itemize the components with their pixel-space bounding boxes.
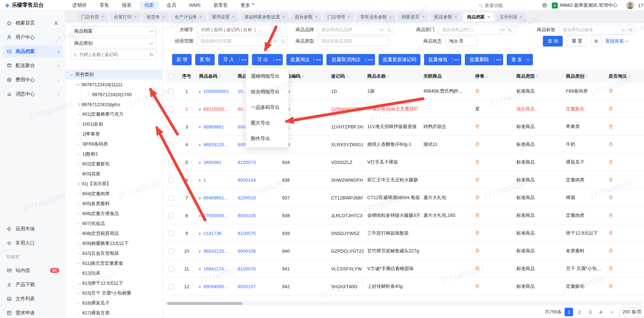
page-size-select[interactable]: 200 条/页: [619, 307, 644, 317]
tree-node-610|五金百货电器[interactable]: 610|五金百货电器: [66, 248, 163, 258]
tree-node-1001|名创[interactable]: 1001|名创: [66, 119, 163, 129]
tab-配送参数[interactable]: 配送参数×: [431, 13, 461, 21]
tree-node-605|各类酱料[interactable]: 605|各类酱料: [66, 199, 163, 209]
product-type-input[interactable]: 请选择商品类型: [318, 36, 389, 46]
tree-node-616|裸装瓜子[interactable]: 616|裸装瓜子: [66, 298, 163, 308]
tab-门店补货[interactable]: 门店补货×: [78, 13, 108, 21]
tree-node-608|定货厨房用品[interactable]: 608|定货厨房用品: [66, 229, 163, 238]
code-value[interactable]: 6000105: [238, 213, 256, 218]
close-icon[interactable]: ×: [422, 15, 424, 20]
tree-node-606|定量方便食品[interactable]: 606|定量方便食品: [66, 209, 163, 219]
tree-node-601|定量糖果巧克力[interactable]: 601|定量糖果巧克力: [66, 109, 163, 119]
expand-row-icon[interactable]: ›: [199, 124, 200, 130]
printer-icon[interactable]: [542, 2, 547, 8]
tree-node-615|豆干 豆腐*小包称重[interactable]: 615|豆干 豆腐*小包称重: [66, 288, 163, 298]
barcode-link[interactable]: 86933125…: [203, 142, 229, 147]
expand-row-icon[interactable]: ›: [199, 231, 200, 236]
row-checkbox[interactable]: [169, 89, 174, 94]
code-value[interactable]: 6100075: [238, 231, 256, 236]
barcode-link[interactable]: 1: [203, 177, 206, 183]
search-icon[interactable]: [508, 28, 511, 31]
export-menu-item-规格明细导出[interactable]: 规格明细导出: [246, 68, 288, 84]
barcode-link[interactable]: 16941174…: [203, 266, 228, 272]
sort-icon[interactable]: [536, 75, 538, 78]
table-row[interactable]: 8›27000000…6000105938JLRLDTJHTC3金锣肉粒多特级火…: [165, 207, 644, 224]
barcode-link[interactable]: 2181736: [203, 231, 221, 236]
reset-button[interactable]: 重 置: [567, 36, 587, 46]
row-checkbox[interactable]: [169, 106, 174, 112]
nav-item-档案[interactable]: 档案: [139, 1, 159, 10]
column-header-停售[interactable]: 停售: [475, 70, 511, 83]
expand-row-icon[interactable]: ›: [199, 106, 200, 112]
more-options-icon[interactable]: •••: [239, 57, 248, 62]
barcode-link[interactable]: 69094090…: [203, 284, 229, 289]
close-icon[interactable]: ×: [282, 15, 285, 20]
nav-item-零售[interactable]: 零售: [95, 1, 114, 10]
code-value[interactable]: 6000106: [238, 248, 256, 254]
sidebar-item-费用中心[interactable]: 费用中心›: [3, 74, 63, 86]
sidebar-item-产品下载[interactable]: 产品下载: [3, 279, 63, 291]
tenant-switcher[interactable]: ♦ 99662-新界面测试-管理中心: [552, 2, 617, 9]
expand-row-icon[interactable]: ›: [199, 266, 200, 272]
more-options-icon[interactable]: •••: [452, 57, 461, 62]
export-menu-item-一品多码导出[interactable]: 一品多码导出: [246, 100, 288, 115]
select-all-checkbox[interactable]: [169, 74, 174, 79]
tree-node-99767122419|11111[interactable]: 99767122419|11111: [66, 80, 163, 89]
toolbar-button-批量取消淘汰[interactable]: 批量取消淘汰•••: [326, 54, 375, 65]
export-menu-item-图片导出[interactable]: 图片导出: [246, 115, 288, 131]
category-search[interactable]: ↻: [70, 50, 157, 60]
close-icon[interactable]: ×: [520, 15, 522, 20]
tab-文件列表[interactable]: 文件列表×: [496, 13, 526, 21]
collapse-sidebar-icon[interactable]: [54, 20, 59, 26]
tab-前台参数[interactable]: 前台参数×: [291, 13, 321, 21]
sidebar-item-常用入口[interactable]: 常用入口: [3, 237, 63, 249]
expand-closed-icon[interactable]: [77, 182, 80, 186]
sidebar-item-用户中心[interactable]: 用户中心›: [3, 31, 63, 43]
tree-node-617|裸装豆类[interactable]: 617|裸装豆类: [66, 308, 163, 318]
tree-node-2|苹果类[interactable]: 2|苹果类: [66, 129, 163, 139]
table-row[interactable]: 12›69094090…6000107942SHJXXT40G上好佳鲜虾条40g…: [165, 278, 644, 295]
barcode-link[interactable]: 27000000…: [203, 213, 229, 218]
more-options-icon[interactable]: •••: [366, 57, 375, 62]
row-checkbox[interactable]: [169, 124, 174, 130]
tree-node-01|【演示类】[interactable]: 01|【演示类】: [66, 179, 163, 189]
sidebar-item-消息中心[interactable]: 消息中心›: [3, 88, 63, 100]
page-button-4[interactable]: 4: [596, 308, 605, 316]
sort-icon[interactable]: [346, 75, 348, 78]
export-menu-item-组合明细导出[interactable]: 组合明细导出: [246, 84, 288, 100]
nav-item-新零售[interactable]: 新零售: [209, 1, 233, 10]
toolbar-button-批量修改[interactable]: 批量修改•••: [424, 54, 461, 65]
sidebar-item-需求申请[interactable]: 需求申请: [3, 307, 63, 318]
archive-type-select[interactable]: 商品档案: [70, 26, 157, 36]
tree-node-611|南北货定量素食[interactable]: 611|南北货定量素食: [66, 258, 163, 268]
page-button-1[interactable]: 1: [565, 308, 573, 316]
column-header-商品类型[interactable]: 商品类型: [516, 70, 562, 83]
tree-node-99767122420|1700[interactable]: └99767122420|1700: [66, 89, 163, 99]
barcode-link[interactable]: 69215555…: [203, 106, 229, 112]
keyword-input-box[interactable]: +: [197, 25, 280, 35]
tab-收货单[interactable]: 收货单×: [143, 13, 169, 21]
tab-价签打印[interactable]: 价签打印×: [110, 13, 140, 21]
brand-select[interactable]: 请选择商品品牌: [318, 25, 394, 35]
more-options-icon[interactable]: •••: [274, 57, 283, 62]
sort-icon[interactable]: [387, 75, 389, 78]
table-row[interactable]: 5›26003616100073934VDSGZLZV打手瓜子裸装否标准商品裸装…: [165, 153, 644, 171]
expand-row-icon[interactable]: ›: [199, 195, 200, 201]
tab-门店管理[interactable]: 门店管理×: [324, 13, 354, 21]
department-select[interactable]: 请选择商品部门: [438, 25, 514, 35]
tree-node-613|饼干12.9元以下[interactable]: 613|饼干12.9元以下: [66, 278, 163, 288]
column-header-是否淘汰[interactable]: 是否淘汰: [609, 70, 642, 83]
global-search-input[interactable]: [484, 2, 527, 9]
tab-零售业务参数[interactable]: 零售业务参数×: [357, 13, 395, 21]
row-checkbox[interactable]: [169, 213, 174, 218]
close-icon[interactable]: ×: [348, 15, 350, 20]
search-icon[interactable]: [387, 28, 390, 31]
tree-node-1|散称1[interactable]: 1|散称1: [66, 149, 163, 159]
tree-node-603|花茶[interactable]: 603|花茶: [66, 169, 163, 179]
expand-row-icon[interactable]: ›: [199, 160, 200, 165]
expand-open-icon[interactable]: [70, 72, 74, 76]
table-row[interactable]: 7›69489601…6200016937CT12BWPJ580CT12百威啤酒…: [165, 189, 644, 207]
expand-row-icon[interactable]: ›: [199, 89, 200, 94]
sort-icon[interactable]: [486, 75, 488, 78]
toolbar-button-导入[interactable]: 导 入•••: [218, 54, 248, 65]
